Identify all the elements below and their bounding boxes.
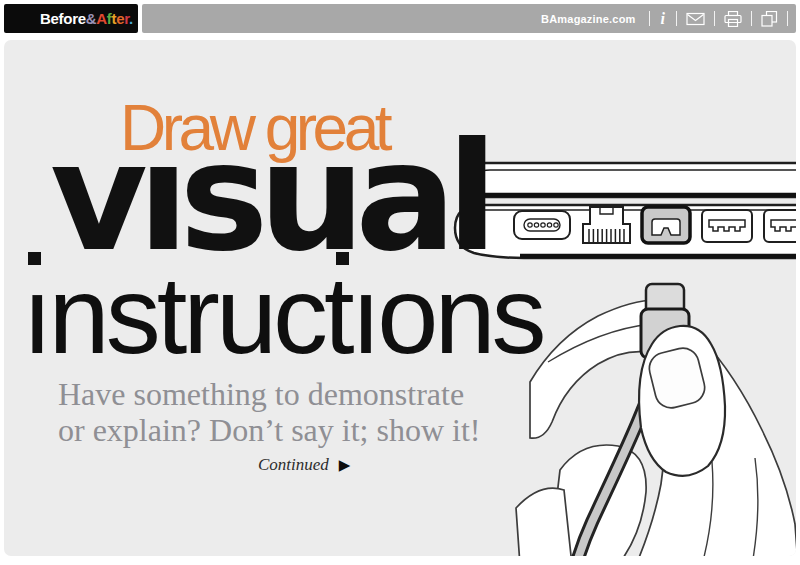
subtitle: Have something to demonstrate or explain… (58, 376, 480, 448)
continued-label: Continued (258, 455, 329, 475)
i-dot (336, 252, 349, 265)
ethernet-port (583, 207, 630, 243)
laptop-lid (463, 163, 796, 197)
divider (676, 11, 677, 26)
print-icon[interactable] (724, 11, 742, 27)
top-bar: Before&After. BAmagazine.com i (4, 4, 796, 33)
thumb (639, 326, 725, 476)
continued-link[interactable]: Continued ▶ (258, 455, 350, 475)
power-port (514, 211, 570, 239)
divider (787, 11, 788, 26)
logo-text: Before&After. (40, 10, 133, 27)
logo-before: Before (40, 10, 86, 27)
subtitle-line-2: or explain? Don’t say it; show it! (58, 412, 480, 448)
headline-word-visual: vısual (50, 122, 488, 272)
logo-ampersand: & (86, 10, 97, 27)
headline-word-instructions: ınstructıons (22, 260, 543, 370)
info-icon[interactable]: i (659, 11, 667, 27)
divider (649, 11, 650, 26)
page-card: Draw great vısual ınstructıons Have some… (4, 40, 796, 556)
continued-arrow-icon: ▶ (339, 458, 351, 473)
email-icon[interactable] (686, 12, 705, 26)
usb-port-1 (702, 210, 752, 242)
magazine-logo[interactable]: Before&After. (4, 4, 138, 33)
usb-port-2 (764, 210, 796, 242)
divider (751, 11, 752, 26)
divider (714, 11, 715, 26)
firewire-port (642, 207, 690, 243)
site-link[interactable]: BAmagazine.com (541, 13, 636, 25)
laptop-base (455, 205, 796, 258)
subtitle-line-1: Have something to demonstrate (58, 376, 480, 412)
i-dot (28, 252, 41, 265)
copies-icon[interactable] (761, 11, 778, 27)
logo-after: After. (96, 10, 133, 27)
toolbar: BAmagazine.com i (142, 4, 796, 33)
